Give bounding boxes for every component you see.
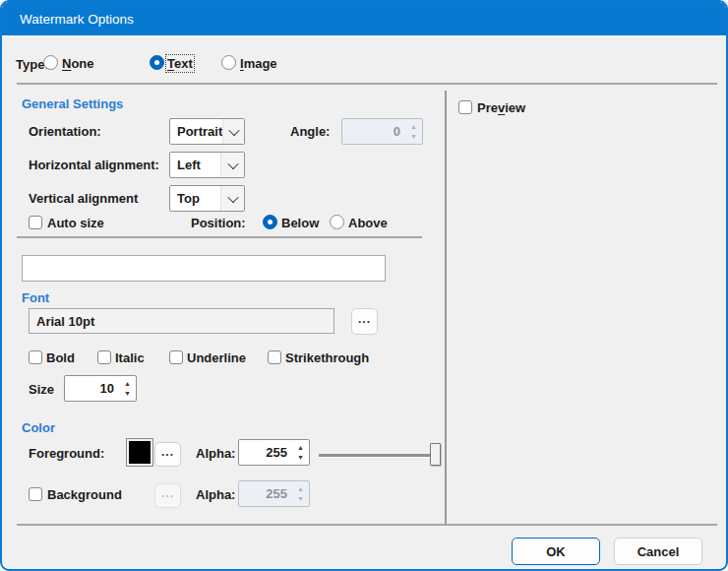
strikethrough-checkbox[interactable] xyxy=(268,350,281,364)
background-browse-button: ... xyxy=(154,483,181,508)
orientation-select[interactable]: Portrait xyxy=(169,118,245,145)
foreground-alpha-slider[interactable] xyxy=(319,442,441,468)
italic-checkbox[interactable] xyxy=(97,350,111,364)
general-separator xyxy=(17,236,422,238)
background-checkbox[interactable] xyxy=(29,487,42,501)
font-field: Arial 10pt xyxy=(29,308,334,334)
radio-image-label[interactable]: Image xyxy=(240,56,277,71)
radio-text[interactable] xyxy=(150,55,164,70)
radio-below-label[interactable]: Below xyxy=(281,216,319,230)
spin-up-icon: ▲ xyxy=(410,123,417,130)
slider-thumb[interactable] xyxy=(430,443,441,466)
title-bar: Watermark Options xyxy=(2,2,726,37)
spin-up-icon: ▲ xyxy=(297,485,304,492)
preview-checkbox[interactable] xyxy=(458,100,472,114)
horizontal-alignment-value: Left xyxy=(170,158,220,172)
chevron-down-icon xyxy=(222,119,244,144)
bold-label[interactable]: Bold xyxy=(46,350,75,365)
footer-separator xyxy=(17,524,717,526)
underline-checkbox[interactable] xyxy=(169,350,183,364)
strikethrough-label[interactable]: Strikethrough xyxy=(285,350,369,365)
font-browse-button[interactable]: ... xyxy=(351,308,378,335)
spin-up-icon[interactable]: ▲ xyxy=(124,380,131,387)
font-value: Arial 10pt xyxy=(30,314,94,329)
underline-label[interactable]: Underline xyxy=(187,350,246,365)
auto-size-checkbox[interactable] xyxy=(29,216,42,229)
vertical-alignment-value: Top xyxy=(170,191,220,206)
radio-above-label[interactable]: Above xyxy=(348,216,388,230)
radio-none-label[interactable]: None xyxy=(62,56,94,71)
vertical-alignment-label: Vertical alignment xyxy=(29,191,138,206)
angle-label: Angle: xyxy=(290,124,330,139)
orientation-label: Orientation: xyxy=(29,124,101,139)
spin-down-icon[interactable]: ▼ xyxy=(297,454,304,461)
font-heading: Font xyxy=(22,290,49,305)
cancel-button[interactable]: Cancel xyxy=(614,538,702,565)
size-label: Size xyxy=(29,382,54,397)
preview-label[interactable]: Preview xyxy=(477,100,525,115)
auto-size-label[interactable]: Auto size xyxy=(47,216,104,230)
chevron-down-icon xyxy=(220,153,244,177)
foreground-color-swatch xyxy=(126,438,153,467)
angle-value: 0 xyxy=(342,124,405,139)
watermark-text-input[interactable] xyxy=(22,255,386,282)
horizontal-alignment-label: Horizontal alignment: xyxy=(29,158,159,172)
angle-spinner: 0 ▲▼ xyxy=(341,118,423,145)
background-alpha-spinner: 255 ▲▼ xyxy=(238,480,310,507)
spin-up-icon[interactable]: ▲ xyxy=(297,444,304,451)
foreground-alpha-label: Alpha: xyxy=(196,446,235,461)
dialog-title: Watermark Options xyxy=(20,12,134,27)
general-settings-heading: General Settings xyxy=(22,96,123,111)
radio-none[interactable] xyxy=(43,55,58,70)
background-alpha-value: 255 xyxy=(239,486,292,501)
spin-down-icon[interactable]: ▼ xyxy=(124,390,131,397)
foreground-label: Foreground: xyxy=(29,446,104,461)
radio-text-label[interactable]: Text xyxy=(167,56,193,71)
foreground-alpha-spinner[interactable]: 255 ▲▼ xyxy=(238,439,310,466)
ok-button[interactable]: OK xyxy=(512,538,600,565)
spin-down-icon: ▼ xyxy=(297,495,304,502)
chevron-down-icon xyxy=(220,186,244,211)
watermark-options-dialog: Watermark Options Type: None Text Image … xyxy=(0,0,728,571)
orientation-value: Portrait xyxy=(170,124,222,139)
foreground-browse-button[interactable]: ... xyxy=(154,442,181,467)
slider-track[interactable] xyxy=(319,454,441,458)
background-label[interactable]: Background xyxy=(47,487,122,502)
horizontal-alignment-select[interactable]: Left xyxy=(169,152,245,178)
background-alpha-label: Alpha: xyxy=(196,487,235,502)
type-separator xyxy=(17,83,717,85)
vertical-alignment-select[interactable]: Top xyxy=(169,185,245,212)
spin-down-icon: ▼ xyxy=(410,133,417,140)
position-label: Position: xyxy=(191,216,246,230)
italic-label[interactable]: Italic xyxy=(115,350,145,365)
size-value: 10 xyxy=(65,381,119,396)
color-heading: Color xyxy=(22,420,55,435)
bold-checkbox[interactable] xyxy=(29,350,42,364)
radio-below[interactable] xyxy=(263,215,277,229)
size-spinner[interactable]: 10 ▲▼ xyxy=(64,375,137,402)
radio-image[interactable] xyxy=(221,55,236,70)
radio-above[interactable] xyxy=(330,215,344,229)
panel-divider xyxy=(445,91,447,524)
foreground-alpha-value: 255 xyxy=(239,445,292,460)
